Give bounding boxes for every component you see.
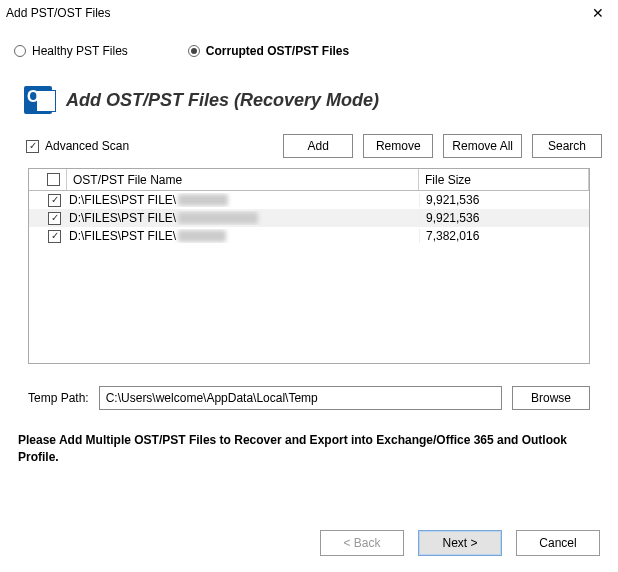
page-title: Add OST/PST Files (Recovery Mode)	[66, 90, 379, 111]
titlebar: Add PST/OST Files ✕	[0, 0, 618, 24]
file-size: 7,382,016	[419, 229, 589, 243]
checkbox-icon	[47, 173, 60, 186]
header-select-all[interactable]	[29, 169, 67, 190]
radio-corrupted-ost-pst[interactable]: Corrupted OST/PST Files	[188, 44, 349, 58]
column-header-size[interactable]: File Size	[419, 169, 589, 190]
temp-path-label: Temp Path:	[28, 391, 89, 405]
file-path: D:\FILES\PST FILE\	[69, 229, 176, 243]
back-button: < Back	[320, 530, 404, 556]
browse-button[interactable]: Browse	[512, 386, 590, 410]
file-size: 9,921,536	[419, 211, 589, 225]
filename-redacted	[178, 212, 258, 224]
file-path: D:\FILES\PST FILE\	[69, 211, 176, 225]
file-path: D:\FILES\PST FILE\	[69, 193, 176, 207]
heading-row: Add OST/PST Files (Recovery Mode)	[10, 76, 608, 134]
advanced-scan-checkbox[interactable]: Advanced Scan	[26, 139, 129, 153]
radio-label: Corrupted OST/PST Files	[206, 44, 349, 58]
add-button[interactable]: Add	[283, 134, 353, 158]
filename-redacted	[178, 194, 228, 206]
radio-icon	[14, 45, 26, 57]
column-header-name[interactable]: OST/PST File Name	[67, 169, 419, 190]
window-title: Add PST/OST Files	[6, 6, 110, 20]
file-table: OST/PST File Name File Size D:\FILES\PST…	[28, 168, 590, 364]
row-checkbox[interactable]	[48, 212, 61, 225]
next-button[interactable]: Next >	[418, 530, 502, 556]
file-type-radiogroup: Healthy PST Files Corrupted OST/PST File…	[10, 24, 608, 76]
advanced-scan-label: Advanced Scan	[45, 139, 129, 153]
remove-button[interactable]: Remove	[363, 134, 433, 158]
radio-label: Healthy PST Files	[32, 44, 128, 58]
radio-icon	[188, 45, 200, 57]
cancel-button[interactable]: Cancel	[516, 530, 600, 556]
row-checkbox[interactable]	[48, 230, 61, 243]
file-size: 9,921,536	[419, 193, 589, 207]
outlook-icon	[24, 86, 52, 114]
remove-all-button[interactable]: Remove All	[443, 134, 522, 158]
temp-path-input[interactable]	[99, 386, 502, 410]
row-checkbox[interactable]	[48, 194, 61, 207]
radio-healthy-pst[interactable]: Healthy PST Files	[14, 44, 128, 58]
filename-redacted	[178, 230, 226, 242]
footer-buttons: < Back Next > Cancel	[0, 518, 618, 572]
table-row[interactable]: D:\FILES\PST FILE\ 7,382,016	[29, 227, 589, 245]
search-button[interactable]: Search	[532, 134, 602, 158]
close-icon[interactable]: ✕	[586, 5, 610, 21]
table-row[interactable]: D:\FILES\PST FILE\ 9,921,536	[29, 209, 589, 227]
instruction-note: Please Add Multiple OST/PST Files to Rec…	[10, 420, 608, 467]
table-row[interactable]: D:\FILES\PST FILE\ 9,921,536	[29, 191, 589, 209]
checkbox-icon	[26, 140, 39, 153]
